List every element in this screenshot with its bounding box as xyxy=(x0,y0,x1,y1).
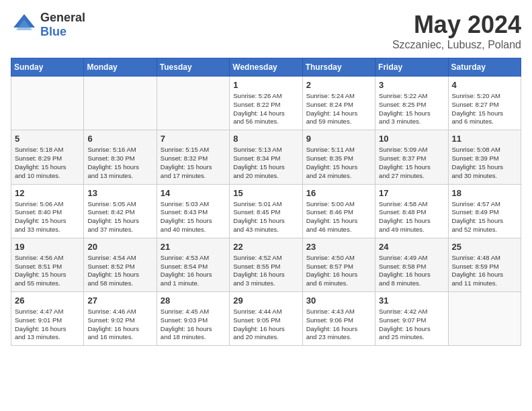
day-info: Sunrise: 4:44 AM Sunset: 9:05 PM Dayligh… xyxy=(233,308,298,342)
day-number: 1 xyxy=(233,80,298,90)
calendar-cell: 17Sunrise: 4:58 AM Sunset: 8:48 PM Dayli… xyxy=(375,184,448,238)
calendar-cell xyxy=(157,77,229,130)
calendar-cell: 13Sunrise: 5:05 AM Sunset: 8:42 PM Dayli… xyxy=(84,184,157,238)
calendar-cell: 3Sunrise: 5:22 AM Sunset: 8:25 PM Daylig… xyxy=(375,77,448,130)
weekday-header-tuesday: Tuesday xyxy=(157,58,229,77)
calendar-cell: 9Sunrise: 5:11 AM Sunset: 8:35 PM Daylig… xyxy=(302,130,375,184)
calendar-week-1: 1Sunrise: 5:26 AM Sunset: 8:22 PM Daylig… xyxy=(11,77,521,130)
day-info: Sunrise: 4:42 AM Sunset: 9:07 PM Dayligh… xyxy=(379,308,444,342)
calendar-week-5: 26Sunrise: 4:47 AM Sunset: 9:01 PM Dayli… xyxy=(11,292,521,346)
day-number: 7 xyxy=(161,134,226,144)
day-number: 5 xyxy=(15,134,80,144)
weekday-header-wednesday: Wednesday xyxy=(230,58,302,77)
day-info: Sunrise: 4:46 AM Sunset: 9:02 PM Dayligh… xyxy=(87,308,152,342)
day-number: 9 xyxy=(306,134,371,144)
day-info: Sunrise: 4:57 AM Sunset: 8:49 PM Dayligh… xyxy=(452,200,517,234)
weekday-header-thursday: Thursday xyxy=(302,58,375,77)
calendar-cell: 2Sunrise: 5:24 AM Sunset: 8:24 PM Daylig… xyxy=(302,77,375,130)
day-info: Sunrise: 5:18 AM Sunset: 8:29 PM Dayligh… xyxy=(15,146,80,180)
day-number: 11 xyxy=(452,134,517,144)
day-number: 15 xyxy=(233,188,298,198)
logo: General Blue xyxy=(11,11,85,39)
calendar-title: May 2024 xyxy=(392,11,521,39)
calendar-cell: 12Sunrise: 5:06 AM Sunset: 8:40 PM Dayli… xyxy=(11,184,84,238)
calendar-cell: 28Sunrise: 4:45 AM Sunset: 9:03 PM Dayli… xyxy=(157,292,229,346)
day-info: Sunrise: 5:00 AM Sunset: 8:46 PM Dayligh… xyxy=(306,200,371,234)
day-info: Sunrise: 5:13 AM Sunset: 8:34 PM Dayligh… xyxy=(233,146,298,180)
day-info: Sunrise: 5:03 AM Sunset: 8:43 PM Dayligh… xyxy=(161,200,226,234)
day-number: 30 xyxy=(306,295,371,306)
calendar-cell: 24Sunrise: 4:49 AM Sunset: 8:58 PM Dayli… xyxy=(375,238,448,291)
day-number: 12 xyxy=(15,188,80,198)
calendar-cell: 16Sunrise: 5:00 AM Sunset: 8:46 PM Dayli… xyxy=(302,184,375,238)
title-block: May 2024 Szczaniec, Lubusz, Poland xyxy=(392,11,521,51)
day-info: Sunrise: 5:09 AM Sunset: 8:37 PM Dayligh… xyxy=(379,146,444,180)
calendar-cell: 1Sunrise: 5:26 AM Sunset: 8:22 PM Daylig… xyxy=(230,77,302,130)
day-info: Sunrise: 5:26 AM Sunset: 8:22 PM Dayligh… xyxy=(233,92,298,126)
calendar-cell: 4Sunrise: 5:20 AM Sunset: 8:27 PM Daylig… xyxy=(448,77,521,130)
calendar-week-2: 5Sunrise: 5:18 AM Sunset: 8:29 PM Daylig… xyxy=(11,130,521,184)
day-info: Sunrise: 4:53 AM Sunset: 8:54 PM Dayligh… xyxy=(161,254,226,288)
day-info: Sunrise: 4:48 AM Sunset: 8:59 PM Dayligh… xyxy=(452,254,517,288)
day-info: Sunrise: 5:11 AM Sunset: 8:35 PM Dayligh… xyxy=(306,146,371,180)
calendar-cell: 6Sunrise: 5:16 AM Sunset: 8:30 PM Daylig… xyxy=(84,130,157,184)
day-number: 4 xyxy=(452,80,517,90)
logo-blue-text: Blue xyxy=(40,25,85,39)
calendar-cell: 29Sunrise: 4:44 AM Sunset: 9:05 PM Dayli… xyxy=(230,292,302,346)
calendar-cell: 18Sunrise: 4:57 AM Sunset: 8:49 PM Dayli… xyxy=(448,184,521,238)
day-number: 13 xyxy=(87,188,152,198)
day-number: 22 xyxy=(233,242,298,252)
calendar-cell: 25Sunrise: 4:48 AM Sunset: 8:59 PM Dayli… xyxy=(448,238,521,291)
day-info: Sunrise: 5:05 AM Sunset: 8:42 PM Dayligh… xyxy=(87,200,152,234)
day-number: 23 xyxy=(306,242,371,252)
calendar-cell: 26Sunrise: 4:47 AM Sunset: 9:01 PM Dayli… xyxy=(11,292,84,346)
day-info: Sunrise: 4:56 AM Sunset: 8:51 PM Dayligh… xyxy=(15,254,80,288)
calendar-cell: 15Sunrise: 5:01 AM Sunset: 8:45 PM Dayli… xyxy=(230,184,302,238)
calendar-cell xyxy=(84,77,157,130)
calendar-cell: 10Sunrise: 5:09 AM Sunset: 8:37 PM Dayli… xyxy=(375,130,448,184)
day-number: 19 xyxy=(15,242,80,252)
day-info: Sunrise: 4:47 AM Sunset: 9:01 PM Dayligh… xyxy=(15,308,80,342)
day-number: 26 xyxy=(15,295,80,306)
day-number: 21 xyxy=(161,242,226,252)
day-info: Sunrise: 4:43 AM Sunset: 9:06 PM Dayligh… xyxy=(306,308,371,342)
day-number: 18 xyxy=(452,188,517,198)
calendar-cell: 8Sunrise: 5:13 AM Sunset: 8:34 PM Daylig… xyxy=(230,130,302,184)
calendar-cell: 27Sunrise: 4:46 AM Sunset: 9:02 PM Dayli… xyxy=(84,292,157,346)
weekday-header-row: SundayMondayTuesdayWednesdayThursdayFrid… xyxy=(11,58,521,77)
logo-general-text: General xyxy=(40,11,85,25)
calendar-cell: 20Sunrise: 4:54 AM Sunset: 8:52 PM Dayli… xyxy=(84,238,157,291)
calendar-cell: 31Sunrise: 4:42 AM Sunset: 9:07 PM Dayli… xyxy=(375,292,448,346)
day-info: Sunrise: 5:06 AM Sunset: 8:40 PM Dayligh… xyxy=(15,200,80,234)
day-info: Sunrise: 5:15 AM Sunset: 8:32 PM Dayligh… xyxy=(161,146,226,180)
calendar-cell: 30Sunrise: 4:43 AM Sunset: 9:06 PM Dayli… xyxy=(302,292,375,346)
calendar-body: 1Sunrise: 5:26 AM Sunset: 8:22 PM Daylig… xyxy=(11,77,521,346)
weekday-header-monday: Monday xyxy=(84,58,157,77)
day-info: Sunrise: 4:45 AM Sunset: 9:03 PM Dayligh… xyxy=(161,308,226,342)
calendar-cell xyxy=(11,77,84,130)
day-number: 25 xyxy=(452,242,517,252)
calendar-table: SundayMondayTuesdayWednesdayThursdayFrid… xyxy=(11,58,521,346)
day-number: 27 xyxy=(87,295,152,306)
day-number: 28 xyxy=(161,295,226,306)
day-info: Sunrise: 4:52 AM Sunset: 8:55 PM Dayligh… xyxy=(233,254,298,288)
day-number: 17 xyxy=(379,188,444,198)
day-info: Sunrise: 5:20 AM Sunset: 8:27 PM Dayligh… xyxy=(452,92,517,126)
day-number: 10 xyxy=(379,134,444,144)
logo-icon xyxy=(11,11,38,38)
calendar-cell: 23Sunrise: 4:50 AM Sunset: 8:57 PM Dayli… xyxy=(302,238,375,291)
day-info: Sunrise: 5:16 AM Sunset: 8:30 PM Dayligh… xyxy=(87,146,152,180)
day-info: Sunrise: 4:49 AM Sunset: 8:58 PM Dayligh… xyxy=(379,254,444,288)
day-number: 3 xyxy=(379,80,444,90)
day-info: Sunrise: 4:54 AM Sunset: 8:52 PM Dayligh… xyxy=(87,254,152,288)
calendar-cell: 14Sunrise: 5:03 AM Sunset: 8:43 PM Dayli… xyxy=(157,184,229,238)
day-info: Sunrise: 4:50 AM Sunset: 8:57 PM Dayligh… xyxy=(306,254,371,288)
calendar-cell: 21Sunrise: 4:53 AM Sunset: 8:54 PM Dayli… xyxy=(157,238,229,291)
weekday-header-saturday: Saturday xyxy=(448,58,521,77)
calendar-location: Szczaniec, Lubusz, Poland xyxy=(392,39,521,51)
day-number: 8 xyxy=(233,134,298,144)
day-info: Sunrise: 5:01 AM Sunset: 8:45 PM Dayligh… xyxy=(233,200,298,234)
day-info: Sunrise: 5:22 AM Sunset: 8:25 PM Dayligh… xyxy=(379,92,444,126)
calendar-cell: 11Sunrise: 5:08 AM Sunset: 8:39 PM Dayli… xyxy=(448,130,521,184)
day-number: 14 xyxy=(161,188,226,198)
